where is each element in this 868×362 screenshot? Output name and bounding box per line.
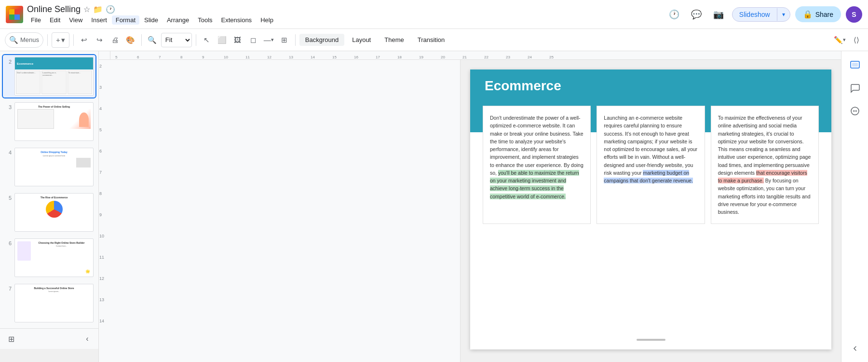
svg-point-9 [855,111,856,111]
sidebar-controls: ⊞ ‹ [0,328,98,349]
comments-panel-icon[interactable] [845,78,865,97]
layout-button[interactable]: Layout [346,34,377,46]
main-area: 2 Ecommerce Don't underestimate... Launc… [0,51,868,362]
collapse-right-panel-btn[interactable] [845,339,865,358]
undo-btn[interactable]: ↩ [78,32,91,48]
canvas-body: 2 3 4 5 6 7 8 9 10 11 12 13 14 Ecommer [99,60,841,362]
line-tool[interactable]: — ▾ [262,32,276,48]
menu-help[interactable]: Help [257,15,277,25]
transition-button[interactable]: Transition [412,34,451,46]
theme-button[interactable]: Theme [379,34,409,46]
slide-progress [637,339,665,341]
expand-toolbar-btn[interactable]: ⟨⟩ [850,32,863,48]
svg-point-8 [854,111,855,111]
slide-num-2: 2 [5,59,12,65]
image-tool[interactable]: 🖼 [231,32,244,48]
slideshow-button[interactable]: Slideshow ▾ [732,7,790,22]
share-label: Share [815,11,833,18]
slide-thumb-3[interactable]: 3 The Power of Online Selling [3,100,95,143]
slide-preview-4: Online Shopping Today Lorem ipsum conten… [14,148,94,186]
new-slide-btn[interactable]: + ▾ [52,32,69,48]
paint-btn[interactable]: 🎨 [124,32,137,48]
shape-tool[interactable]: ◻ [246,32,260,48]
zoom-select[interactable]: Fit 50% 75% 100% 125% 150% [161,33,192,47]
slide-num-4: 4 [5,150,12,155]
menu-bar: File Edit View Insert Format Slide Arran… [27,15,662,25]
frame-tool[interactable]: ⬜ [216,32,229,48]
card-1-text: Don't underestimate the power of a well-… [490,115,583,199]
menu-extensions[interactable]: Extensions [217,15,256,25]
chevron-icon: ▾ [61,36,65,44]
slides-panel-icon[interactable] [845,55,865,74]
edit-mode-btn[interactable]: ✏️ ▾ [832,32,848,48]
slideshow-label: Slideshow [732,8,777,21]
search-icon: 🔍 [9,36,18,44]
history-icon[interactable]: 🕐 [106,5,115,14]
star-icon[interactable]: ☆ [83,5,90,14]
chat-panel-icon[interactable] [845,101,865,121]
svg-rect-1 [14,9,20,14]
svg-point-7 [853,111,854,111]
slide-preview-6: Choosing the Right Online Store Builder … [14,238,94,277]
card-2: Launching an e-commerce website requires… [597,106,705,224]
cards-row: Don't underestimate the power of a well-… [470,106,831,224]
doc-title[interactable]: Online Selling [27,4,81,14]
slide-num-6: 6 [5,240,12,246]
menu-format[interactable]: Format [112,15,139,25]
cursor-tool[interactable]: ↖ [200,32,214,48]
add-icon: + [56,36,60,44]
slide-thumb-4[interactable]: 4 Online Shopping Today Lorem ipsum cont… [3,146,95,188]
sep2 [73,34,74,46]
slide-thumb-5[interactable]: 5 The Rise of Ecommerce [3,191,95,234]
menu-tools[interactable]: Tools [194,15,216,25]
svg-rect-2 [9,14,14,20]
collapse-panel-btn[interactable]: ‹ [80,332,95,346]
sep1 [47,34,48,46]
search-label: Menus [20,36,39,43]
slide-preview-2: Ecommerce Don't underestimate... Launchi… [14,57,94,96]
avatar[interactable]: S [846,6,862,23]
menu-arrange[interactable]: Arrange [163,15,193,25]
folder-icon[interactable]: 📁 [93,5,103,14]
slide-canvas[interactable]: Ecommerce Don't underestimate the power … [470,70,831,349]
right-panel [841,51,868,362]
title-area: Online Selling ☆ 📁 🕐 File Edit View Inse… [27,4,662,25]
svg-rect-3 [14,14,20,20]
slide-thumb-2[interactable]: 2 Ecommerce Don't underestimate... Launc… [3,55,95,97]
menu-insert[interactable]: Insert [87,15,111,25]
slide-preview-3: The Power of Online Selling [14,102,94,141]
align-tool[interactable]: ⊞ [278,32,291,48]
menu-edit[interactable]: Edit [46,15,64,25]
print-btn[interactable]: 🖨 [108,32,122,48]
search-btn[interactable]: 🔍 Menus [5,32,43,48]
ruler-corner [99,51,110,60]
background-button[interactable]: Background [299,34,344,46]
canvas-scroll[interactable]: Ecommerce Don't underestimate the power … [461,60,841,362]
slide-thumb-6[interactable]: 6 Choosing the Right Online Store Builde… [3,237,95,279]
card-1: Don't underestimate the power of a well-… [483,106,591,224]
menu-file[interactable]: File [27,15,45,25]
app-logo[interactable] [6,6,23,23]
vertical-ruler: 2 3 4 5 6 7 8 9 10 11 12 13 14 [99,60,461,362]
slideshow-arrow[interactable]: ▾ [777,8,790,21]
top-bar: Online Selling ☆ 📁 🕐 File Edit View Inse… [0,0,868,29]
slide-num-3: 3 [5,104,12,110]
meet-btn[interactable]: 📷 [710,6,727,23]
toolbar: 🔍 Menus + ▾ ↩ ↪ 🖨 🎨 🔍 Fit 50% 75% 100% 1… [0,29,868,51]
canvas-with-rulers: 5 6 7 8 9 10 11 12 13 14 15 16 17 18 19 … [99,51,841,362]
slide-thumb-7[interactable]: 7 Building a Successful Online Store Lor… [3,282,95,324]
menu-slide[interactable]: Slide [140,15,162,25]
right-toolbar: ✏️ ▾ ⟨⟩ [832,32,863,48]
card-2-text: Launching an e-commerce website requires… [604,115,697,183]
history-btn[interactable]: 🕐 [665,6,683,23]
redo-btn[interactable]: ↪ [93,32,107,48]
comments-btn[interactable]: 💬 [688,6,705,23]
menu-view[interactable]: View [65,15,86,25]
grid-view-btn[interactable]: ⊞ [4,332,18,346]
ruler-row: 5 6 7 8 9 10 11 12 13 14 15 16 17 18 19 … [99,51,841,60]
zoom-out-btn[interactable]: 🔍 [146,32,159,48]
share-button[interactable]: 🔒 Share [795,6,841,22]
slide-title: Ecommerce [485,78,817,94]
slide-preview-5: The Rise of Ecommerce [14,193,94,232]
doc-title-row: Online Selling ☆ 📁 🕐 [27,4,662,14]
